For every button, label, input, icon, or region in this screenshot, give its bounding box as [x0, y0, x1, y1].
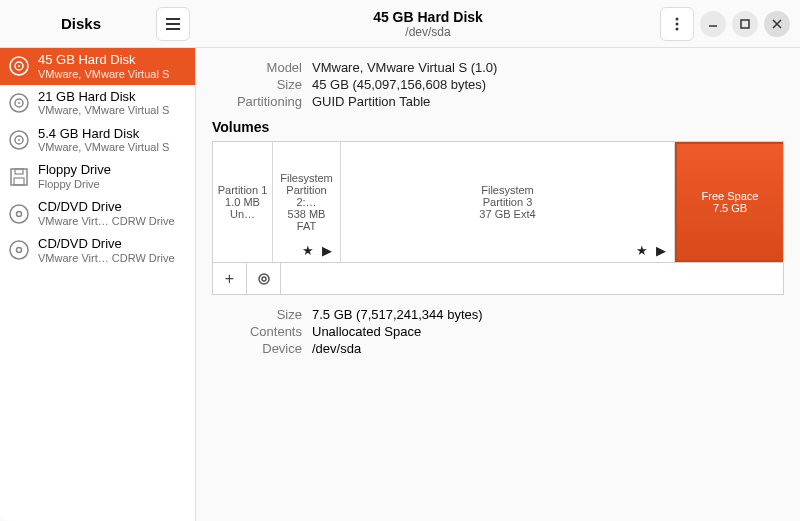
- svg-point-18: [10, 241, 28, 259]
- hdd-icon: [8, 55, 30, 77]
- device-item-1[interactable]: 21 GB Hard DiskVMware, VMware Virtual S: [0, 85, 195, 122]
- partition-sub: Partition 3: [483, 196, 533, 208]
- device-name: 5.4 GB Hard Disk: [38, 126, 187, 142]
- svg-point-16: [10, 205, 28, 223]
- device-subtitle: VMware, VMware Virtual S: [38, 104, 187, 117]
- partition-sub: 1.0 MB Un…: [217, 196, 268, 220]
- volume-toolbar: +: [213, 262, 783, 294]
- play-icon: ▶: [322, 243, 334, 258]
- device-name: 45 GB Hard Disk: [38, 52, 187, 68]
- device-name: CD/DVD Drive: [38, 236, 187, 252]
- model-label: Model: [212, 60, 302, 75]
- titlebar-center: 45 GB Hard Disk /dev/sda: [196, 9, 660, 39]
- sel-size-value: 7.5 GB (7,517,241,344 bytes): [312, 307, 784, 322]
- close-button[interactable]: [764, 11, 790, 37]
- svg-point-1: [676, 22, 679, 25]
- hamburger-button[interactable]: [156, 7, 190, 41]
- floppy-icon: [8, 166, 30, 188]
- partition-actions: ★ ▶: [636, 243, 668, 258]
- kebab-icon: [675, 17, 679, 31]
- model-value: VMware, VMware Virtual S (1.0): [312, 60, 784, 75]
- partition-sub: 7.5 GB: [713, 202, 747, 214]
- partition-label: Filesystem: [280, 172, 333, 184]
- partition-fs: 37 GB Ext4: [479, 208, 535, 220]
- content: Model VMware, VMware Virtual S (1.0) Siz…: [196, 48, 800, 521]
- sel-device-label: Device: [212, 341, 302, 356]
- svg-rect-15: [14, 178, 24, 185]
- partition-block-0[interactable]: Partition 11.0 MB Un…: [213, 142, 273, 262]
- titlebar: Disks 45 GB Hard Disk /dev/sda: [0, 0, 800, 48]
- device-item-2[interactable]: 5.4 GB Hard DiskVMware, VMware Virtual S: [0, 122, 195, 159]
- play-icon: ▶: [656, 243, 668, 258]
- partition-settings-button[interactable]: [247, 263, 281, 295]
- svg-point-12: [18, 139, 20, 141]
- disk-path: /dev/sda: [196, 25, 660, 39]
- device-subtitle: VMware Virt… CDRW Drive: [38, 252, 187, 265]
- cd-icon: [8, 239, 30, 261]
- hdd-icon: [8, 92, 30, 114]
- svg-point-21: [262, 277, 266, 281]
- svg-point-2: [676, 27, 679, 30]
- device-subtitle: Floppy Drive: [38, 178, 187, 191]
- size-value: 45 GB (45,097,156,608 bytes): [312, 77, 784, 92]
- device-name: Floppy Drive: [38, 162, 187, 178]
- volumes-heading: Volumes: [212, 119, 784, 135]
- disk-title: 45 GB Hard Disk: [196, 9, 660, 25]
- partition-label: Free Space: [702, 190, 759, 202]
- partition-fs: 538 MB FAT: [277, 208, 336, 232]
- minimize-button[interactable]: [700, 11, 726, 37]
- device-item-4[interactable]: CD/DVD DriveVMware Virt… CDRW Drive: [0, 195, 195, 232]
- add-partition-button[interactable]: +: [213, 263, 247, 295]
- svg-rect-13: [11, 169, 27, 185]
- partitions-row: Partition 11.0 MB Un…FilesystemPartition…: [213, 142, 783, 262]
- partition-label: Filesystem: [481, 184, 534, 196]
- device-item-5[interactable]: CD/DVD DriveVMware Virt… CDRW Drive: [0, 232, 195, 269]
- main: 45 GB Hard DiskVMware, VMware Virtual S2…: [0, 48, 800, 521]
- minimize-icon: [708, 19, 718, 29]
- plus-icon: +: [225, 270, 234, 288]
- device-subtitle: VMware Virt… CDRW Drive: [38, 215, 187, 228]
- maximize-button[interactable]: [732, 11, 758, 37]
- svg-point-17: [17, 211, 22, 216]
- svg-point-9: [18, 102, 20, 104]
- device-name: 21 GB Hard Disk: [38, 89, 187, 105]
- partition-sub: Partition 2:…: [277, 184, 336, 208]
- sel-device-value: /dev/sda: [312, 341, 784, 356]
- free-space-block[interactable]: Free Space7.5 GB: [675, 142, 783, 262]
- sel-contents-label: Contents: [212, 324, 302, 339]
- svg-point-6: [18, 65, 20, 67]
- svg-point-0: [676, 17, 679, 20]
- device-subtitle: VMware, VMware Virtual S: [38, 68, 187, 81]
- close-icon: [772, 19, 782, 29]
- star-icon: ★: [302, 243, 316, 258]
- disk-menu-button[interactable]: [660, 7, 694, 41]
- partitioning-label: Partitioning: [212, 94, 302, 109]
- device-subtitle: VMware, VMware Virtual S: [38, 141, 187, 154]
- titlebar-right: [660, 7, 800, 41]
- svg-rect-3: [741, 20, 749, 28]
- partition-label: Partition 1: [218, 184, 268, 196]
- selected-info: Size 7.5 GB (7,517,241,344 bytes) Conten…: [212, 307, 784, 356]
- app-title: Disks: [12, 15, 150, 32]
- star-icon: ★: [636, 243, 650, 258]
- svg-point-20: [259, 274, 269, 284]
- sel-size-label: Size: [212, 307, 302, 322]
- partition-block-2[interactable]: FilesystemPartition 337 GB Ext4★ ▶: [341, 142, 675, 262]
- cd-icon: [8, 203, 30, 225]
- sel-contents-value: Unallocated Space: [312, 324, 784, 339]
- gear-icon: [256, 271, 272, 287]
- volumes-box: Partition 11.0 MB Un…FilesystemPartition…: [212, 141, 784, 295]
- svg-point-19: [17, 248, 22, 253]
- device-name: CD/DVD Drive: [38, 199, 187, 215]
- partition-block-1[interactable]: FilesystemPartition 2:…538 MB FAT★ ▶: [273, 142, 341, 262]
- hdd-icon: [8, 129, 30, 151]
- size-label: Size: [212, 77, 302, 92]
- device-item-0[interactable]: 45 GB Hard DiskVMware, VMware Virtual S: [0, 48, 195, 85]
- device-item-3[interactable]: Floppy DriveFloppy Drive: [0, 158, 195, 195]
- maximize-icon: [740, 19, 750, 29]
- sidebar: 45 GB Hard DiskVMware, VMware Virtual S2…: [0, 48, 196, 521]
- disk-info: Model VMware, VMware Virtual S (1.0) Siz…: [212, 60, 784, 109]
- partitioning-value: GUID Partition Table: [312, 94, 784, 109]
- partition-actions: ★ ▶: [302, 243, 334, 258]
- hamburger-icon: [166, 18, 180, 30]
